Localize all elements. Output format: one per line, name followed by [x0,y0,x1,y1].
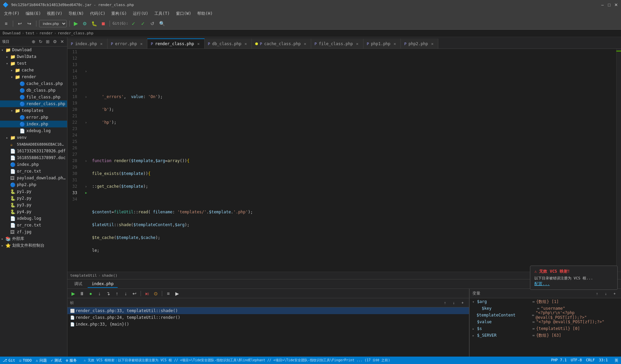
tree-item-error-php[interactable]: 🔵 error.php [0,114,67,121]
file-select[interactable]: index.php [39,20,67,27]
status-services[interactable]: ⚙ 服务 [66,358,77,363]
bottom-tab-index[interactable]: index.php [88,280,118,288]
tree-item-py3[interactable]: 🐍 py3.py [0,202,67,208]
var-item-value[interactable]: ▸ $value = "<?php @eval($_POST[zf]);?>" [470,318,621,325]
tree-item-cache[interactable]: ▸ 📁 cache [0,67,67,73]
tab-php2[interactable]: P php2.php ✕ [401,38,438,49]
bottom-tab-debug[interactable]: 调试 [70,280,86,288]
debug-control-btn[interactable]: ● [87,290,94,297]
debug-stepinto-btn[interactable]: ↴ [105,290,112,297]
git-push-btn[interactable]: ↺ [148,20,156,28]
status-encoding[interactable]: UTF-8 [571,358,582,363]
menu-code[interactable]: 代码(C) [87,10,108,17]
var-item-server[interactable]: ▸ $_SERVER = {数组} [63] [470,332,621,339]
tree-item-external[interactable]: ▸ 📚 外部库 [0,235,67,242]
tree-item-doc[interactable]: 📄 1618558861378997.doc [0,154,67,161]
run-button[interactable]: ▶ [72,20,79,27]
stop-btn[interactable]: ⏹ [99,21,107,26]
menu-run[interactable]: 运行(U) [130,10,151,17]
sidebar-settings-btn[interactable]: ⚙ [52,39,58,44]
vars-scroll-up[interactable]: ↑ [593,290,601,297]
tree-item-render[interactable]: ▾ 📁 render [0,73,67,80]
tab-close-render[interactable]: ✕ [196,41,201,46]
tree-item-file-class[interactable]: 🔵 file_class.php [0,94,67,100]
tree-item-payload[interactable]: 🖼 payload_download.php.jpg [0,175,67,181]
tree-item-test[interactable]: ▾ 📁 test [0,60,67,67]
vcs-config-link[interactable]: 配置... [534,281,550,286]
stack-add-btn[interactable]: + [459,299,466,306]
tree-item-pdf[interactable]: 📄 1617332633178926.pdf [0,148,67,154]
minimize-button[interactable]: – [600,2,605,7]
breadcrumb-item-download[interactable]: Download [3,31,21,35]
tree-item-jar[interactable]: ☕ 59ABAAD8E68806EBAC108B... [0,141,67,148]
tab-close-index[interactable]: ✕ [99,41,104,46]
debug-view-btn[interactable]: ⊙ [152,290,159,297]
code-bc-shade[interactable]: shade() [102,273,117,278]
maximize-button[interactable]: □ [607,2,612,7]
tab-file-class[interactable]: P file_class.php ✕ [311,38,363,49]
status-git[interactable]: ⎇ Git [3,358,15,363]
tree-item-py1[interactable]: 🐍 py1.py [0,188,67,195]
var-item-s[interactable]: ▸ $s = {templateUtil} [0] [470,325,621,332]
stack-item-0[interactable]: ⬜ render_class.php:33, templateUtil::sha… [67,307,469,314]
status-lineending[interactable]: CRLF [586,358,595,363]
tab-close-db[interactable]: ✕ [243,41,248,46]
tree-item-php2[interactable]: 🔵 php2.php [0,181,67,188]
code-area[interactable]: '_errors', value: 'On'); 'b'); 'hp'); fu… [89,49,616,272]
status-tests[interactable]: ✓ 测试 [51,358,62,363]
tree-item-render-class[interactable]: 🔵 render_class.php [0,100,67,107]
tree-item-zf-jpg[interactable]: 🖼 zf.jpg [0,229,67,235]
menu-view[interactable]: 视图(V) [44,10,65,17]
breadcrumb-item-render[interactable]: render [39,31,53,35]
tab-db-class[interactable]: P db_class.php ✕ [205,38,252,49]
tab-close-file[interactable]: ✕ [355,41,360,46]
menu-help[interactable]: 帮助(H) [195,10,215,17]
tree-item-templates[interactable]: ▾ 📁 templates [0,107,67,114]
tree-item-dwnldata[interactable]: ▸ 📁 DwnlData [0,53,67,60]
status-problems[interactable]: ⚠ 问题 [36,358,47,363]
tab-close-php2[interactable]: ✕ [430,41,435,46]
sidebar-close-btn[interactable]: ✕ [59,39,65,44]
breadcrumb-item-file[interactable]: render_class.php [58,31,93,35]
debug-list-btn[interactable]: ≡ [165,290,172,297]
tree-item-venv[interactable]: ▸ 📁 venv [0,134,67,141]
stack-item-2[interactable]: 📄 index.php:33, {main}() [67,321,469,328]
var-item-arg[interactable]: ▾ $arg = {数组} [1] [470,298,621,305]
stack-up-btn[interactable]: ↑ [441,299,449,306]
sidebar-sync-btn[interactable]: ↻ [38,39,43,44]
tab-index-php[interactable]: P index.php ✕ [67,38,108,49]
tab-render-class[interactable]: P render_class.php ✕ [147,38,204,49]
close-button[interactable]: ✕ [614,2,618,7]
stack-down-btn[interactable]: ↓ [450,299,457,306]
debug-btn[interactable]: 🐛 [90,20,98,28]
debug-stepout-btn[interactable]: ↑ [113,290,121,297]
project-btn[interactable]: ≡ [2,20,10,28]
menu-window[interactable]: 窗口(W) [173,10,194,17]
tree-item-db-class[interactable]: 🔵 db_class.php [0,87,67,94]
sidebar-add-btn[interactable]: ⊕ [31,39,36,44]
git-update-btn[interactable]: ✓ [129,20,138,28]
status-lang[interactable]: PHP 7.1 [551,358,567,363]
menu-refactor[interactable]: 重构(G) [109,10,129,17]
vars-scroll-down[interactable]: ↓ [602,290,610,297]
undo-btn[interactable]: ↩ [16,20,24,28]
tree-item-py4[interactable]: 🐍 py4.py [0,208,67,215]
debug-bp-btn[interactable]: ⏯ [143,290,151,297]
sidebar-expand-btn[interactable]: ⊞ [45,39,51,44]
tree-item-index-php-root[interactable]: 🔵 index.php [0,161,67,168]
tree-item-py2[interactable]: 🐍 py2.py [0,195,67,202]
debug-eval-btn[interactable]: ↩ [131,290,138,297]
breadcrumb-item-test[interactable]: test [26,31,35,35]
tab-close-error[interactable]: ✕ [139,41,144,46]
code-bc-templateutil[interactable]: templateUtil [70,273,97,278]
debug-run-btn[interactable]: ▶ [69,290,77,297]
status-todo[interactable]: ☑ TODO [19,358,32,363]
var-item-templatecontent[interactable]: ▸ $templateContent = "<?php\r\n'<?php @e… [470,312,621,318]
status-position[interactable]: 33:1 [599,358,608,363]
tab-php1[interactable]: P php1.php ✕ [363,38,401,49]
menu-tools[interactable]: 工具(T) [152,10,173,17]
tree-item-xdebug-log-tpl[interactable]: 📄 xdebug.log [0,127,67,134]
tree-item-or-rce[interactable]: 📄 or_rce.txt [0,168,67,175]
tab-close-cache[interactable]: ✕ [303,41,307,46]
tree-item-or-rce2[interactable]: 📄 or_rce.txt [0,222,67,229]
